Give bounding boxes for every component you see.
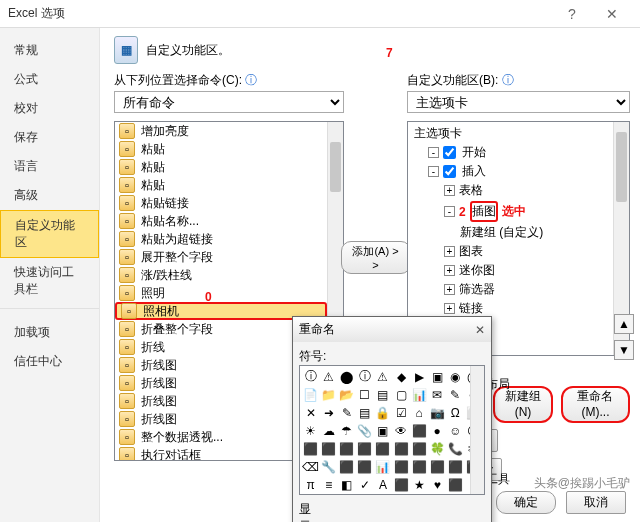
symbol-scrollbar[interactable] <box>470 366 484 494</box>
symbol-glyph[interactable]: ⬛ <box>302 440 319 457</box>
symbol-glyph[interactable]: ⬤ <box>338 368 355 385</box>
command-item[interactable]: ▫照明 <box>115 284 327 302</box>
symbol-glyph[interactable]: 📊 <box>411 386 428 403</box>
sidebar-item-advanced[interactable]: 高级 <box>0 181 99 210</box>
symbol-glyph[interactable]: ⓘ <box>302 368 319 385</box>
symbol-glyph[interactable]: ⚠ <box>320 368 337 385</box>
symbol-glyph[interactable]: ● <box>429 422 446 439</box>
info-icon[interactable]: ⓘ <box>245 73 257 87</box>
command-item[interactable]: ▫增加亮度 <box>115 122 327 140</box>
symbol-glyph[interactable]: ♥ <box>429 476 446 493</box>
symbol-glyph[interactable]: ⬛ <box>338 440 355 457</box>
symbol-glyph[interactable]: ⬛ <box>393 458 410 475</box>
command-item[interactable]: ▫粘贴 <box>115 158 327 176</box>
command-item[interactable]: ▫展开整个字段 <box>115 248 327 266</box>
symbol-glyph[interactable]: ☑ <box>393 404 410 421</box>
symbol-glyph[interactable]: ⓘ <box>356 368 373 385</box>
symbol-glyph[interactable]: 📊 <box>374 458 391 475</box>
choose-commands-select[interactable]: 所有命令 <box>114 91 344 113</box>
symbol-glyph[interactable]: ✉ <box>429 386 446 403</box>
tree-node[interactable]: +迷你图 <box>410 261 627 280</box>
symbol-glyph[interactable]: π <box>302 476 319 493</box>
command-item[interactable]: ▫粘贴 <box>115 140 327 158</box>
symbol-glyph[interactable]: 📁 <box>320 386 337 403</box>
symbol-glyph[interactable]: ☁ <box>320 422 337 439</box>
symbol-glyph[interactable]: ⬛ <box>411 422 428 439</box>
move-down-button[interactable]: ▼ <box>614 340 634 360</box>
tree-node[interactable]: +筛选器 <box>410 280 627 299</box>
symbol-glyph[interactable]: ▣ <box>374 422 391 439</box>
symbol-glyph[interactable]: ▤ <box>356 404 373 421</box>
symbol-glyph[interactable]: A <box>374 476 391 493</box>
tree-node[interactable]: -开始 <box>410 143 627 162</box>
symbol-glyph[interactable]: ⬛ <box>429 458 446 475</box>
symbol-glyph[interactable]: ⬛ <box>320 440 337 457</box>
symbol-glyph[interactable]: ➜ <box>320 404 337 421</box>
symbol-glyph[interactable]: ◧ <box>338 476 355 493</box>
symbol-glyph[interactable]: ★ <box>411 476 428 493</box>
expand-icon[interactable]: + <box>444 303 455 314</box>
expand-icon[interactable]: + <box>444 185 455 196</box>
command-item[interactable]: ▫涨/跌柱线 <box>115 266 327 284</box>
ribbon-target-select[interactable]: 主选项卡 <box>407 91 630 113</box>
symbol-glyph[interactable]: 👁 <box>393 422 410 439</box>
help-button[interactable]: ? <box>552 6 592 22</box>
symbol-glyph[interactable]: ▢ <box>393 386 410 403</box>
tree-checkbox[interactable] <box>443 146 456 159</box>
symbol-glyph[interactable]: Ω <box>447 404 464 421</box>
sidebar-item-customize-ribbon[interactable]: 自定义功能区 <box>0 210 99 258</box>
expand-icon[interactable]: - <box>444 206 455 217</box>
symbol-glyph[interactable]: ▣ <box>429 368 446 385</box>
expand-icon[interactable]: + <box>444 246 455 257</box>
tree-node[interactable]: +图表 <box>410 242 627 261</box>
sidebar-item-language[interactable]: 语言 <box>0 152 99 181</box>
tree-node[interactable]: -插入 <box>410 162 627 181</box>
symbol-glyph[interactable]: ⌂ <box>411 404 428 421</box>
command-item[interactable]: ▫粘贴名称... <box>115 212 327 230</box>
close-button[interactable]: ✕ <box>592 6 632 22</box>
tree-node[interactable]: -2 插图 选中 <box>410 200 627 223</box>
symbol-glyph[interactable]: ≡ <box>320 476 337 493</box>
symbol-glyph[interactable]: ⌫ <box>302 458 319 475</box>
symbol-glyph[interactable]: 📂 <box>338 386 355 403</box>
symbol-glyph[interactable]: ☐ <box>356 386 373 403</box>
symbol-glyph[interactable]: 📞 <box>447 440 464 457</box>
symbol-glyph[interactable]: ⚠ <box>374 368 391 385</box>
expand-icon[interactable]: - <box>428 147 439 158</box>
symbol-glyph[interactable]: ☺ <box>447 422 464 439</box>
symbol-glyph[interactable]: ▶ <box>411 368 428 385</box>
symbol-glyph[interactable]: ✕ <box>302 404 319 421</box>
symbol-glyph[interactable]: ▤ <box>374 386 391 403</box>
symbol-glyph[interactable]: 📷 <box>429 404 446 421</box>
symbol-glyph[interactable]: ⬛ <box>411 440 428 457</box>
symbol-glyph[interactable]: ⬛ <box>393 440 410 457</box>
symbol-glyph[interactable]: ☂ <box>338 422 355 439</box>
add-button[interactable]: 添加(A) > > <box>341 241 411 274</box>
sidebar-item-save[interactable]: 保存 <box>0 123 99 152</box>
symbol-glyph[interactable]: ✓ <box>356 476 373 493</box>
symbol-picker[interactable]: ⓘ⚠⬤ⓘ⚠◆▶▣◉◯📄📁📂☐▤▢📊✉✎☺✕➜✎▤🔒☑⌂📷Ω⬜☀☁☂📎▣👁⬛●☺☹… <box>299 365 485 495</box>
symbol-glyph[interactable]: ⬛ <box>356 440 373 457</box>
symbol-glyph[interactable]: 🔒 <box>374 404 391 421</box>
sidebar-item-addins[interactable]: 加载项 <box>0 318 99 347</box>
symbol-glyph[interactable]: ☀ <box>302 422 319 439</box>
sidebar-item-general[interactable]: 常规 <box>0 36 99 65</box>
symbol-glyph[interactable]: ✎ <box>447 386 464 403</box>
expand-icon[interactable]: + <box>444 265 455 276</box>
sidebar-item-proofing[interactable]: 校对 <box>0 94 99 123</box>
symbol-glyph[interactable]: ⬛ <box>338 458 355 475</box>
symbol-glyph[interactable]: 🍀 <box>429 440 446 457</box>
symbol-glyph[interactable]: ◆ <box>393 368 410 385</box>
tree-node[interactable]: +表格 <box>410 181 627 200</box>
tree-checkbox[interactable] <box>443 165 456 178</box>
symbol-glyph[interactable]: ⬛ <box>393 476 410 493</box>
symbol-glyph[interactable]: 🔧 <box>320 458 337 475</box>
ok-button[interactable]: 确定 <box>496 491 556 514</box>
sidebar-item-trust[interactable]: 信任中心 <box>0 347 99 376</box>
symbol-glyph[interactable]: 📎 <box>356 422 373 439</box>
symbol-glyph[interactable]: ◉ <box>447 368 464 385</box>
command-item[interactable]: ▫粘贴 <box>115 176 327 194</box>
sidebar-item-qat[interactable]: 快速访问工具栏 <box>0 258 99 304</box>
tree-node[interactable]: 新建组 (自定义) <box>410 223 627 242</box>
rename-close-icon[interactable]: ✕ <box>475 323 485 337</box>
